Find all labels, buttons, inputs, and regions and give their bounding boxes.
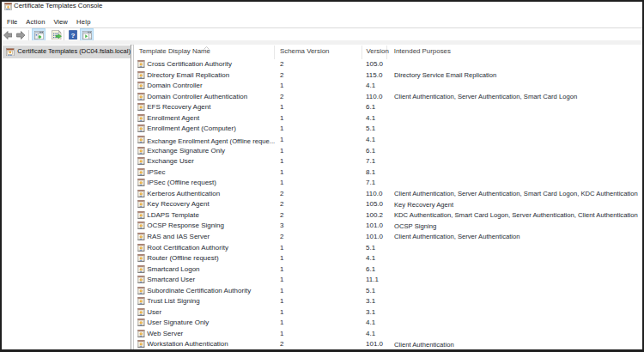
svg-text:?: ? <box>71 31 76 39</box>
